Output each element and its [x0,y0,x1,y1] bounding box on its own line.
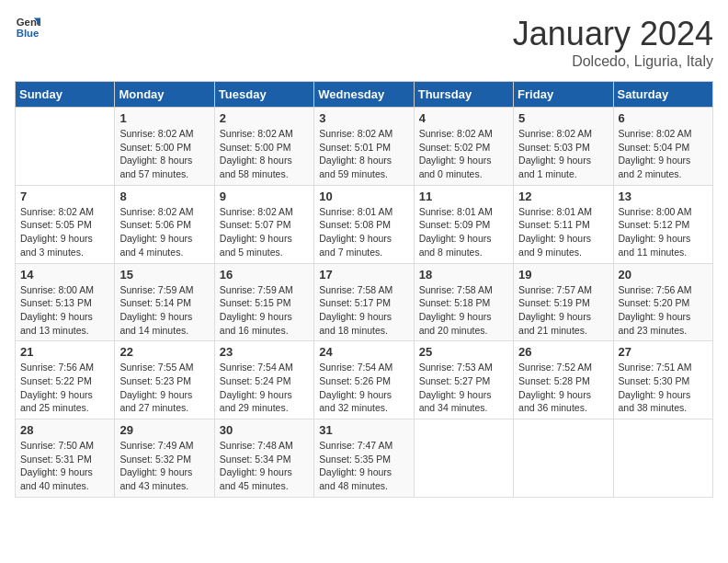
weekday-header-sunday: Sunday [16,82,115,108]
calendar-cell [613,419,712,498]
calendar-cell: 9Sunrise: 8:02 AMSunset: 5:07 PMDaylight… [214,185,313,263]
calendar-cell: 12Sunrise: 8:01 AMSunset: 5:11 PMDayligh… [514,185,613,263]
day-number: 15 [119,268,209,282]
logo-icon: General Blue [15,15,40,40]
day-number: 19 [518,268,608,282]
calendar-cell: 30Sunrise: 7:48 AMSunset: 5:34 PMDayligh… [214,419,313,498]
calendar-week-row: 21Sunrise: 7:56 AMSunset: 5:22 PMDayligh… [16,341,713,419]
day-info: Sunrise: 7:49 AMSunset: 5:32 PMDaylight:… [119,439,209,493]
day-number: 12 [518,190,608,203]
calendar-week-row: 1Sunrise: 8:02 AMSunset: 5:00 PMDaylight… [16,108,713,186]
calendar-cell: 6Sunrise: 8:02 AMSunset: 5:04 PMDaylight… [613,108,712,186]
day-number: 31 [319,423,408,437]
calendar-cell: 29Sunrise: 7:49 AMSunset: 5:32 PMDayligh… [115,419,214,498]
day-number: 22 [119,345,209,359]
calendar-cell: 15Sunrise: 7:59 AMSunset: 5:14 PMDayligh… [115,263,214,341]
calendar-cell: 24Sunrise: 7:54 AMSunset: 5:26 PMDayligh… [314,341,414,419]
location-title: Dolcedo, Liguria, Italy [513,53,713,70]
calendar-cell: 3Sunrise: 8:02 AMSunset: 5:01 PMDaylight… [314,108,414,186]
day-number: 29 [119,423,209,437]
calendar-cell: 2Sunrise: 8:02 AMSunset: 5:00 PMDaylight… [214,108,313,186]
calendar-cell: 17Sunrise: 7:58 AMSunset: 5:17 PMDayligh… [314,263,414,341]
day-number: 2 [220,111,309,125]
day-info: Sunrise: 7:58 AMSunset: 5:18 PMDaylight:… [419,283,508,338]
day-info: Sunrise: 8:01 AMSunset: 5:08 PMDaylight:… [319,205,408,259]
day-info: Sunrise: 8:01 AMSunset: 5:09 PMDaylight:… [419,205,508,259]
calendar-cell: 16Sunrise: 7:59 AMSunset: 5:15 PMDayligh… [214,263,313,341]
day-info: Sunrise: 7:53 AMSunset: 5:27 PMDaylight:… [419,361,508,415]
calendar-cell: 27Sunrise: 7:51 AMSunset: 5:30 PMDayligh… [613,341,712,419]
calendar-cell: 11Sunrise: 8:01 AMSunset: 5:09 PMDayligh… [414,185,513,263]
day-info: Sunrise: 8:02 AMSunset: 5:01 PMDaylight:… [319,127,408,181]
day-info: Sunrise: 8:01 AMSunset: 5:11 PMDaylight:… [518,205,608,259]
day-info: Sunrise: 8:02 AMSunset: 5:07 PMDaylight:… [220,205,309,259]
day-info: Sunrise: 7:54 AMSunset: 5:24 PMDaylight:… [220,361,309,415]
calendar-table: SundayMondayTuesdayWednesdayThursdayFrid… [15,81,713,498]
day-number: 14 [20,268,109,282]
day-info: Sunrise: 8:02 AMSunset: 5:06 PMDaylight:… [119,205,209,259]
weekday-header-friday: Friday [514,82,613,108]
calendar-cell: 10Sunrise: 8:01 AMSunset: 5:08 PMDayligh… [314,185,414,263]
calendar-cell: 21Sunrise: 7:56 AMSunset: 5:22 PMDayligh… [16,341,115,419]
day-number: 26 [518,345,608,359]
day-info: Sunrise: 7:47 AMSunset: 5:35 PMDaylight:… [319,439,408,493]
calendar-cell [414,419,513,498]
day-info: Sunrise: 7:52 AMSunset: 5:28 PMDaylight:… [518,361,608,415]
day-number: 21 [20,345,109,359]
calendar-week-row: 7Sunrise: 8:02 AMSunset: 5:05 PMDaylight… [16,185,713,263]
calendar-cell: 5Sunrise: 8:02 AMSunset: 5:03 PMDaylight… [514,108,613,186]
day-number: 17 [319,268,408,282]
day-info: Sunrise: 7:56 AMSunset: 5:22 PMDaylight:… [20,361,109,415]
title-area: January 2024 Dolcedo, Liguria, Italy [513,15,713,70]
page-header: General Blue January 2024 Dolcedo, Ligur… [15,15,713,70]
day-info: Sunrise: 7:59 AMSunset: 5:15 PMDaylight:… [220,283,309,338]
calendar-cell [16,108,115,186]
day-number: 8 [119,190,209,203]
day-number: 1 [119,111,209,125]
day-number: 11 [419,190,508,203]
day-info: Sunrise: 7:59 AMSunset: 5:14 PMDaylight:… [119,283,209,338]
day-number: 16 [220,268,309,282]
calendar-week-row: 28Sunrise: 7:50 AMSunset: 5:31 PMDayligh… [16,419,713,498]
calendar-cell: 22Sunrise: 7:55 AMSunset: 5:23 PMDayligh… [115,341,214,419]
day-info: Sunrise: 8:00 AMSunset: 5:13 PMDaylight:… [20,283,109,338]
day-number: 20 [619,268,708,282]
calendar-cell: 19Sunrise: 7:57 AMSunset: 5:19 PMDayligh… [514,263,613,341]
day-number: 23 [220,345,309,359]
day-info: Sunrise: 8:02 AMSunset: 5:02 PMDaylight:… [419,127,508,181]
calendar-cell [514,419,613,498]
day-number: 24 [319,345,408,359]
day-info: Sunrise: 8:00 AMSunset: 5:12 PMDaylight:… [619,205,708,259]
calendar-cell: 31Sunrise: 7:47 AMSunset: 5:35 PMDayligh… [314,419,414,498]
calendar-cell: 25Sunrise: 7:53 AMSunset: 5:27 PMDayligh… [414,341,513,419]
weekday-header-tuesday: Tuesday [214,82,313,108]
day-number: 30 [220,423,309,437]
calendar-cell: 4Sunrise: 8:02 AMSunset: 5:02 PMDaylight… [414,108,513,186]
svg-text:Blue: Blue [17,28,40,39]
day-info: Sunrise: 8:02 AMSunset: 5:03 PMDaylight:… [518,127,608,181]
calendar-cell: 7Sunrise: 8:02 AMSunset: 5:05 PMDaylight… [16,185,115,263]
day-number: 7 [20,190,109,203]
day-info: Sunrise: 7:57 AMSunset: 5:19 PMDaylight:… [518,283,608,338]
weekday-header-saturday: Saturday [613,82,712,108]
day-number: 27 [619,345,708,359]
day-number: 28 [20,423,109,437]
day-number: 3 [319,111,408,125]
day-number: 5 [518,111,608,125]
day-info: Sunrise: 7:55 AMSunset: 5:23 PMDaylight:… [119,361,209,415]
month-title: January 2024 [513,15,713,53]
calendar-cell: 8Sunrise: 8:02 AMSunset: 5:06 PMDaylight… [115,185,214,263]
calendar-cell: 18Sunrise: 7:58 AMSunset: 5:18 PMDayligh… [414,263,513,341]
day-info: Sunrise: 7:54 AMSunset: 5:26 PMDaylight:… [319,361,408,415]
day-number: 25 [419,345,508,359]
calendar-cell: 14Sunrise: 8:00 AMSunset: 5:13 PMDayligh… [16,263,115,341]
day-info: Sunrise: 8:02 AMSunset: 5:00 PMDaylight:… [220,127,309,181]
calendar-cell: 20Sunrise: 7:56 AMSunset: 5:20 PMDayligh… [613,263,712,341]
calendar-week-row: 14Sunrise: 8:00 AMSunset: 5:13 PMDayligh… [16,263,713,341]
calendar-cell: 28Sunrise: 7:50 AMSunset: 5:31 PMDayligh… [16,419,115,498]
weekday-header-row: SundayMondayTuesdayWednesdayThursdayFrid… [16,82,713,108]
day-info: Sunrise: 8:02 AMSunset: 5:00 PMDaylight:… [119,127,209,181]
day-number: 13 [619,190,708,203]
day-number: 10 [319,190,408,203]
calendar-cell: 23Sunrise: 7:54 AMSunset: 5:24 PMDayligh… [214,341,313,419]
